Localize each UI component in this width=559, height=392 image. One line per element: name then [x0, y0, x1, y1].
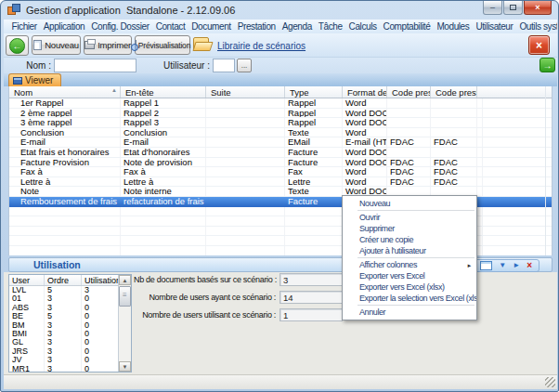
user-row-jrs[interactable]: JRS30 [9, 347, 131, 356]
context-menu: NouveauOuvrirSupprimerCréer une copieAjo… [342, 195, 477, 320]
menu-item-calculs[interactable]: Calculs [345, 21, 380, 32]
context-menu-item-ajouter-l-utilisateur[interactable]: Ajouter à l'utilisateur [343, 245, 476, 256]
user-column-header-utilisation[interactable]: Utilisation [82, 275, 119, 285]
stat-row: Nombre de users ayant ce scénario :14 [134, 291, 343, 305]
menu-item-utilisateur[interactable]: Utilisateur [473, 21, 516, 32]
close-panel-button[interactable]: × [528, 35, 550, 55]
user-column-header-ordre[interactable]: Ordre [45, 275, 82, 285]
context-menu-item-annuler[interactable]: Annuler [343, 307, 476, 318]
scroll-down-icon[interactable]: ▼ [119, 361, 131, 372]
tab-viewer[interactable]: Viewer [8, 73, 61, 86]
grid-row-1er-rappel[interactable]: 1er RappelRappel 1RappelWord [9, 98, 552, 109]
stat-label: Nb de documents basés sur ce scénario : [134, 273, 276, 287]
column-header-suite[interactable]: Suite [206, 86, 285, 98]
folder-icon[interactable] [193, 37, 212, 51]
user-row-mr1[interactable]: MR130 [9, 365, 131, 372]
column-header-code-prestati[interactable]: Code prestati... [431, 86, 477, 98]
context-menu-item-exporter-vers-excel[interactable]: Exporter vers Excel [343, 270, 476, 281]
stat-row: Nb de documents basés sur ce scénario :3 [134, 273, 343, 287]
scrollbar-thumb[interactable] [119, 286, 131, 307]
form-icon[interactable] [480, 261, 492, 270]
column-header-nom[interactable]: Nom▲ [9, 86, 121, 98]
menu-separator [358, 210, 474, 211]
new-document-icon [33, 40, 42, 50]
previsualisation-button[interactable]: Prévisualisation [135, 35, 190, 55]
browse-button[interactable]: ... [237, 59, 252, 72]
menu-item-comptabilit[interactable]: Comptabilité [380, 21, 434, 32]
grid-row-3-me-rappel[interactable]: 3 ème rappelRappel 3RappelWord DOCX [9, 118, 552, 128]
viewer-icon [13, 77, 22, 85]
menu-item-prestation[interactable]: Prestation [234, 21, 279, 32]
grid-row-e-mail[interactable]: E-mailE-mailEMailE-mail (HTML)FDACFDAC [9, 137, 552, 148]
user-row-jv[interactable]: JV30 [9, 356, 131, 364]
grid-row-facture-provision[interactable]: Facture ProvisionNote de provisionFactur… [9, 158, 552, 168]
menu-separator [358, 257, 474, 258]
go-button[interactable]: → [540, 58, 555, 72]
user-row-abs[interactable]: ABS30 [9, 304, 131, 312]
app-window: Gestion d'application Standalone - 2.12.… [0, 0, 559, 392]
status-bar [4, 374, 557, 389]
submenu-arrow-icon: ► [466, 260, 472, 270]
column-header-format-de-s[interactable]: Format de s... [343, 86, 387, 98]
go-arrow-icon: → [543, 60, 552, 71]
sort-asc-icon: ▲ [111, 87, 117, 93]
column-header-type[interactable]: Type [285, 86, 343, 98]
grid-row-etat-frais-et-honoraires[interactable]: Etat frais et honorairesEtat d'honoraire… [9, 148, 552, 158]
maximize-icon [510, 5, 516, 10]
maximize-button[interactable] [503, 1, 523, 15]
resize-grip[interactable] [545, 377, 555, 387]
title-bar[interactable]: Gestion d'application Standalone - 2.12.… [1, 1, 558, 20]
menu-item-agenda[interactable]: Agenda [279, 21, 315, 32]
stat-value: 3 [280, 273, 343, 286]
user-table-header: UserOrdreUtilisation [9, 275, 131, 286]
user-table-scrollbar[interactable]: ▲ ▼ [118, 275, 131, 372]
context-menu-item-afficher-colonnes[interactable]: Afficher colonnes► [343, 259, 476, 270]
menu-item-modules[interactable]: Modules [434, 21, 473, 32]
grid-row-lettre[interactable]: Lettre àLettre àLettreWordFDACFDAC [9, 177, 552, 188]
stat-row: Nombre de users utilisant ce scénario :1 [134, 308, 343, 322]
column-header-code-presta[interactable]: Code presta... [387, 86, 431, 98]
nouveau-button[interactable]: Nouveau [32, 35, 81, 55]
close-window-button[interactable]: × [524, 1, 552, 15]
preview-icon [135, 40, 136, 50]
context-menu-item-cr-er-une-copie[interactable]: Créer une copie [343, 234, 476, 245]
play-icon[interactable]: ► [513, 262, 520, 269]
close-icon: × [535, 3, 540, 12]
user-column-header-user[interactable]: User [9, 275, 45, 285]
nom-input[interactable] [54, 59, 136, 72]
user-row-01[interactable]: 0130 [9, 294, 131, 303]
context-menu-item-ouvrir[interactable]: Ouvrir [343, 212, 476, 223]
user-row-bmi[interactable]: BMI30 [9, 330, 131, 338]
grid-row-conclusion[interactable]: ConclusionConclusionTexteWord [9, 128, 552, 138]
menu-item-t-che[interactable]: Tâche [315, 21, 345, 32]
menu-item-outils-syst-me[interactable]: Outils système [516, 21, 557, 32]
grid-row-2-me-rappel[interactable]: 2 ème rappelRappel 2RappelWord DOCX [9, 109, 552, 119]
user-table: UserOrdreUtilisation LVL530130ABS30BE50B… [8, 274, 132, 372]
grid-scroll-divider [545, 86, 546, 255]
collapse-icon[interactable]: ▼ [499, 262, 506, 269]
panel-close-icon[interactable]: × [526, 261, 532, 270]
previsualisation-label: Prévisualisation [138, 41, 190, 50]
scroll-up-icon[interactable]: ▲ [119, 275, 131, 285]
context-menu-item-exporter-la-selection-vers-excel-xlsx[interactable]: Exporter la selection vers Excel (xlsx) [343, 293, 476, 304]
menu-item-fichier[interactable]: Fichier [8, 21, 40, 32]
context-menu-item-exporter-vers-excel-xlsx[interactable]: Exporter vers Excel (xlsx) [343, 281, 476, 293]
context-menu-item-supprimer[interactable]: Supprimer [343, 223, 476, 234]
menu-item-document[interactable]: Document [188, 21, 234, 32]
menu-item-config-dossier[interactable]: Config. Dossier [88, 21, 152, 32]
stat-value: 1 [280, 308, 343, 321]
user-row-gl[interactable]: GL30 [9, 338, 131, 346]
minimize-button[interactable]: – [483, 1, 502, 15]
user-row-be[interactable]: BE50 [9, 312, 131, 320]
imprimer-button[interactable]: Imprimer [84, 35, 132, 55]
user-row-bm[interactable]: BM30 [9, 321, 131, 330]
grid-row-fax[interactable]: Fax àFax àFaxWordFDACFDAC [9, 167, 552, 177]
utilisateur-input[interactable] [213, 59, 235, 72]
user-row-lvl[interactable]: LVL53 [9, 286, 131, 294]
librairie-link[interactable]: Librairie de scénarios [217, 41, 306, 51]
column-header-en-t-te[interactable]: En-tête [121, 86, 206, 98]
menu-item-application[interactable]: Application [40, 21, 88, 32]
back-button[interactable]: ← [6, 35, 29, 56]
menu-item-contact[interactable]: Contact [152, 21, 188, 32]
context-menu-item-nouveau[interactable]: Nouveau [343, 198, 476, 209]
